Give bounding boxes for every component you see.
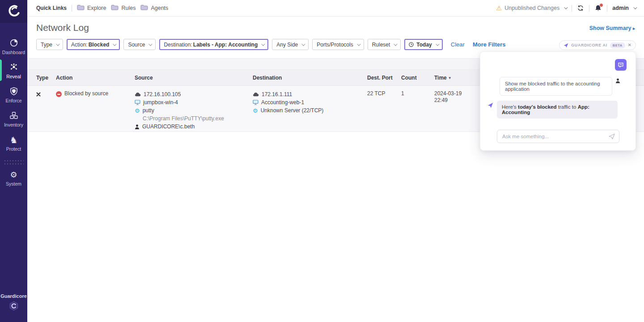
filter-ruleset[interactable]: Ruleset xyxy=(368,39,401,50)
arrow-right-icon: ▸ xyxy=(633,26,635,31)
source-host[interactable]: jumpbox-win-4 xyxy=(143,99,178,106)
close-icon[interactable]: ✕ xyxy=(628,43,631,47)
send-icon[interactable] xyxy=(608,133,615,142)
column-header-action[interactable]: Action xyxy=(56,75,135,81)
filter-type[interactable]: Type xyxy=(36,39,63,50)
divider xyxy=(72,5,72,12)
sidebar-item-dashboard[interactable]: Dashboard xyxy=(0,38,27,55)
chevron-down-icon xyxy=(633,5,637,9)
chevron-down-icon xyxy=(261,42,265,46)
topbar-item-label: Agents xyxy=(151,5,168,11)
ai-message-row: Here's today's blocked traffic to App: A… xyxy=(487,101,618,119)
filter-source[interactable]: Source xyxy=(123,39,156,50)
notifications-bell-icon[interactable] xyxy=(594,4,602,12)
dest-ip[interactable]: 172.16.1.111 xyxy=(262,91,292,97)
chevron-down-icon xyxy=(301,42,305,46)
user-menu[interactable]: admin xyxy=(612,5,636,11)
sidebar-item-label: Inventory xyxy=(0,122,27,127)
sidebar-item-reveal[interactable]: Reveal xyxy=(0,63,27,79)
divider xyxy=(572,5,572,12)
filter-action[interactable]: Action: Blocked xyxy=(67,39,120,50)
user-avatar-icon xyxy=(615,78,620,83)
unpublished-changes-label: Unpublished Changes xyxy=(504,5,559,11)
user-icon xyxy=(135,124,140,129)
chevron-down-icon xyxy=(357,42,360,46)
user-message-bubble: Show me blocked traffic to the accountin… xyxy=(500,77,612,96)
divider xyxy=(607,5,607,12)
ai-input-wrap xyxy=(497,130,619,143)
topbar-right: ⚠ Unpublished Changes admin xyxy=(496,4,636,12)
ask-me-input[interactable] xyxy=(497,130,619,143)
more-filters-button[interactable]: More Filters xyxy=(473,41,506,48)
cell-dest-port: 22 TCP xyxy=(367,90,401,131)
refresh-icon[interactable] xyxy=(577,4,584,12)
cubes-icon xyxy=(0,111,27,121)
username-label: admin xyxy=(612,5,629,11)
folder-icon xyxy=(140,4,148,12)
topbar-item-agents[interactable]: Agents xyxy=(140,4,168,12)
sidebar-item-system[interactable]: ⚙ System xyxy=(0,170,27,186)
cloud-icon xyxy=(135,92,141,97)
restart-chat-button[interactable] xyxy=(615,59,627,71)
clear-filters-button[interactable]: Clear xyxy=(451,41,465,48)
gear-icon: ⚙ xyxy=(0,170,27,180)
sidebar-item-label: System xyxy=(0,181,27,186)
topbar-item-label: Rules xyxy=(121,5,136,11)
guardicore-logo[interactable] xyxy=(0,0,27,23)
chevron-down-icon xyxy=(394,42,398,46)
dest-host[interactable]: Accounting-web-1 xyxy=(261,99,304,106)
topbar-item-explore[interactable]: Explore xyxy=(77,4,106,12)
sidebar-item-label: Enforce xyxy=(0,98,27,103)
warning-icon: ⚠ xyxy=(496,5,502,11)
page-title: Network Log xyxy=(36,22,89,33)
chevron-down-icon xyxy=(149,42,153,46)
sidebar-item-inventory[interactable]: Inventory xyxy=(0,111,27,127)
chevron-down-icon xyxy=(56,42,59,46)
sidebar-item-label: Reveal xyxy=(0,74,27,79)
sidebar-item-protect[interactable]: ♞ Protect xyxy=(0,135,27,152)
shield-icon xyxy=(0,87,27,97)
column-header-source[interactable]: Source xyxy=(135,75,253,81)
column-header-dest-port[interactable]: Dest. Port xyxy=(367,75,401,81)
topbar-left: Quick Links Explore Rules Agents xyxy=(36,4,168,12)
dest-service[interactable]: Unknown Server (22/TCP) xyxy=(261,107,324,114)
topbar-item-rules[interactable]: Rules xyxy=(111,4,136,12)
filter-time-today[interactable]: Today xyxy=(404,39,442,50)
cell-count: 1 xyxy=(401,90,434,131)
topbar: Quick Links Explore Rules Agents ⚠ Unpub… xyxy=(27,0,644,17)
filter-any-side[interactable]: Any Side xyxy=(272,39,309,50)
active-indicator xyxy=(0,59,2,81)
monitor-icon xyxy=(253,100,258,105)
sidebar-item-label: Protect xyxy=(0,146,27,152)
source-process[interactable]: putty xyxy=(143,107,154,114)
column-header-type[interactable]: Type xyxy=(36,75,56,81)
unpublished-changes-menu[interactable]: ⚠ Unpublished Changes xyxy=(496,5,567,11)
cell-source: 172.16.100.105 jumpbox-win-4 ⚙putty C:\P… xyxy=(135,90,253,131)
quick-links-label[interactable]: Quick Links xyxy=(36,5,67,11)
app-root: Dashboard Reveal xyxy=(0,0,644,322)
filter-destination[interactable]: Destination: Labels - App: Accounting xyxy=(159,39,268,50)
clock-icon xyxy=(409,42,414,47)
topbar-item-label: Explore xyxy=(87,5,106,11)
source-process-path: C:\Program Files\PuTTY\putty.exe xyxy=(135,114,253,123)
filter-ports-protocols[interactable]: Ports/Protocols xyxy=(312,39,364,50)
user-message-row: Show me blocked traffic to the accountin… xyxy=(500,77,620,96)
restart-chat-icon xyxy=(618,62,624,68)
process-gear-icon: ⚙ xyxy=(135,108,140,114)
folder-icon xyxy=(77,4,85,12)
sidebar-brand-text: Guardicore xyxy=(0,293,27,299)
sidebar-item-enforce[interactable]: Enforce xyxy=(0,87,27,103)
source-ip[interactable]: 172.16.100.105 xyxy=(144,91,181,97)
ai-message-bubble: Here's today's blocked traffic to App: A… xyxy=(497,101,618,119)
column-header-destination[interactable]: Destination xyxy=(253,75,367,81)
guardicore-ai-panel: Show me blocked traffic to the accountin… xyxy=(480,51,636,151)
sidebar-brand-logo xyxy=(0,301,27,311)
column-header-count[interactable]: Count xyxy=(401,75,434,81)
guardicore-ai-chip[interactable]: GUARDICORE AI BETA ✕ xyxy=(559,40,636,50)
show-summary-link[interactable]: Show Summary ▸ xyxy=(589,25,635,31)
sidebar: Dashboard Reveal xyxy=(0,0,27,322)
chevron-down-icon xyxy=(113,42,117,46)
cell-action: Blocked by source xyxy=(56,90,135,98)
sidebar-item-label: Dashboard xyxy=(0,50,27,55)
source-user[interactable]: GUARDICORE\c.beth xyxy=(142,123,195,130)
